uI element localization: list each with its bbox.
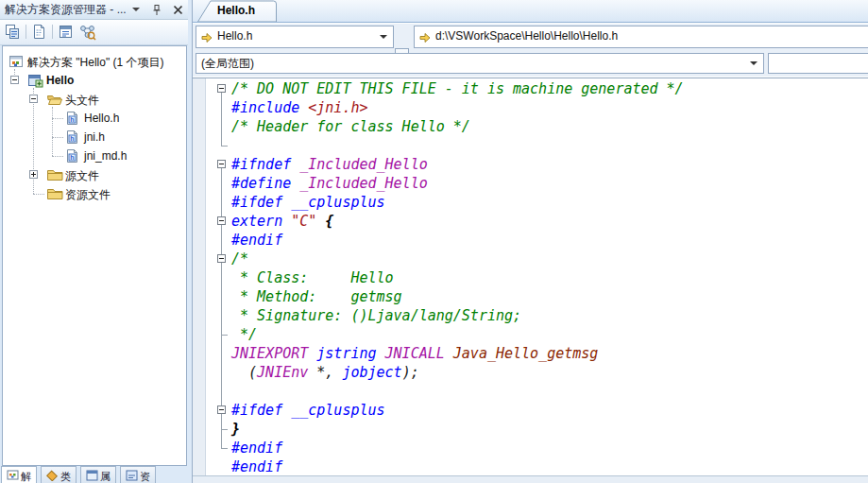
code-line[interactable]: #include <jni.h> (193, 98, 868, 117)
fold-collapse-icon[interactable] (215, 401, 229, 420)
fold-margin-line (215, 363, 229, 382)
fold-margin-line (215, 439, 229, 457)
code-line-text: extern "C" { (231, 212, 333, 231)
code-line[interactable]: JNIEXPORT jstring JNICALL Java_Hello_get… (193, 344, 868, 363)
collapse-icon[interactable] (10, 76, 19, 84)
tool-window-tab[interactable]: 类 (41, 466, 77, 483)
project-icon (27, 73, 43, 91)
goto-arrow-icon (200, 30, 213, 47)
svg-text:h: h (70, 116, 74, 123)
fold-margin-line (215, 193, 229, 212)
ide-window: 解决方案资源管理器 - ... (0, 0, 868, 483)
show-all-files-icon[interactable] (31, 24, 48, 41)
fold-collapse-icon[interactable] (215, 155, 229, 174)
tool-window-tab-label: 解 (21, 470, 31, 483)
code-line[interactable]: #endif (193, 457, 868, 476)
code-line[interactable]: * Class: Hello (193, 268, 868, 287)
tool-window-tab-label: 属 (100, 470, 111, 483)
document-tab-helloh[interactable]: Hello.h (196, 0, 278, 22)
properties-icon[interactable] (58, 24, 75, 41)
scope-combo[interactable]: (全局范围) (196, 53, 764, 74)
tree-item[interactable]: hjni_md.h (3, 147, 186, 165)
collapse-icon[interactable] (29, 95, 38, 103)
close-icon[interactable] (170, 2, 185, 17)
code-line[interactable]: #define _Included_Hello (193, 174, 868, 193)
dropdown-arrow-icon[interactable] (750, 61, 757, 65)
tool-window-tab[interactable]: 资 (120, 466, 156, 483)
navigation-bar: Hello.h d:\VSWorkSpace\Hello\Hello\Hello… (193, 23, 868, 77)
tree-item[interactable]: hHello.h (3, 109, 186, 128)
code-line[interactable]: (JNIEnv *, jobject); (193, 363, 868, 382)
expand-icon[interactable] (29, 170, 38, 179)
tree-item-label: Hello (46, 74, 74, 87)
tree-item-label: 源文件 (65, 168, 99, 184)
code-line[interactable] (193, 382, 868, 401)
code-line[interactable]: * Signature: ()Ljava/lang/String; (193, 306, 868, 325)
fold-collapse-icon[interactable] (215, 250, 229, 268)
folder-closed-icon (46, 167, 63, 184)
properties-pages-icon[interactable] (5, 24, 22, 41)
code-editor[interactable]: /* DO NOT EDIT THIS FILE - it is machine… (193, 78, 868, 476)
panel-title: 解决方案资源管理器 - ... (5, 0, 127, 19)
file-combo[interactable]: Hello.h (196, 26, 394, 48)
code-line-text: } (231, 420, 240, 439)
tree-item[interactable]: 解决方案 "Hello" (1 个项目) (3, 52, 186, 71)
code-line-text: (JNIEnv *, jobject); (231, 363, 419, 382)
fold-margin-line (215, 117, 229, 136)
tree-item-label: jni.h (84, 130, 105, 144)
code-line[interactable]: #endif (193, 439, 868, 457)
fold-margin-line (215, 344, 229, 363)
horizontal-scrollbar[interactable] (193, 475, 868, 483)
pin-icon[interactable] (149, 2, 164, 17)
fold-collapse-icon[interactable] (215, 79, 229, 98)
code-line[interactable]: #ifdef __cplusplus (193, 193, 868, 212)
code-line-text: #include <jni.h> (231, 98, 368, 117)
code-line[interactable]: /* (193, 250, 868, 268)
code-line[interactable]: */ (193, 325, 868, 344)
code-line-text: #ifdef __cplusplus (231, 401, 385, 420)
path-combo-value: d:\VSWorkSpace\Hello\Hello\Hello.h (435, 29, 618, 43)
svg-text:h: h (70, 135, 74, 142)
tree-item-label: 解决方案 "Hello" (1 个项目) (27, 55, 164, 71)
tree-item[interactable]: 源文件 (3, 165, 186, 184)
panel-titlebar[interactable]: 解决方案资源管理器 - ... (0, 0, 188, 20)
dropdown-arrow-icon[interactable] (380, 35, 387, 39)
tool-window-tab-label: 资 (140, 470, 150, 483)
fold-margin-line (215, 231, 229, 250)
tree-item-label: Hello.h (84, 112, 119, 125)
code-line[interactable]: #ifndef _Included_Hello (193, 155, 868, 174)
file-combo-value: Hello.h (217, 29, 252, 43)
code-line[interactable]: /* DO NOT EDIT THIS FILE - it is machine… (193, 79, 868, 98)
code-line-text: JNIEXPORT jstring JNICALL Java_Hello_get… (231, 344, 598, 363)
code-line[interactable]: /* Header for class Hello */ (193, 117, 868, 136)
code-line-text: #ifndef _Included_Hello (231, 155, 428, 174)
code-line[interactable]: #ifdef __cplusplus (193, 401, 868, 420)
tool-window-tab[interactable]: 解 (1, 466, 37, 483)
document-tab-strip: Hello.h (193, 0, 868, 23)
code-line-text: */ (231, 325, 257, 344)
tool-window-tab[interactable]: 属 (80, 466, 116, 483)
window-menu-icon[interactable] (128, 2, 144, 17)
document-tab-label: Hello.h (217, 4, 255, 17)
solution-tree: 解决方案 "Hello" (1 个项目)Hello头文件hHello.hhjni… (2, 45, 187, 466)
tree-item-label: 资源文件 (65, 187, 111, 203)
path-combo[interactable]: d:\VSWorkSpace\Hello\Hello\Hello.h (414, 26, 868, 48)
member-combo[interactable] (768, 53, 868, 74)
tree-item-label: 头文件 (65, 93, 99, 109)
code-line[interactable]: extern "C" { (193, 212, 868, 231)
code-line[interactable] (193, 136, 868, 155)
code-line[interactable]: #endif (193, 231, 868, 250)
svg-text:h: h (70, 154, 74, 161)
tree-item[interactable]: Hello (3, 71, 186, 90)
folder-closed-icon (46, 186, 63, 203)
tree-item[interactable]: hjni.h (3, 128, 186, 147)
tool-window-tab-strip: 解类属资 (0, 466, 189, 483)
code-line-text: #ifdef __cplusplus (231, 193, 385, 212)
tree-item[interactable]: 头文件 (3, 90, 186, 109)
code-line[interactable]: } (193, 420, 868, 439)
tree-item-label: jni_md.h (84, 149, 127, 163)
fold-collapse-icon[interactable] (215, 212, 229, 231)
code-line[interactable]: * Method: getmsg (193, 287, 868, 306)
view-class-diagram-icon[interactable] (79, 24, 96, 41)
tree-item[interactable]: 资源文件 (3, 184, 186, 203)
